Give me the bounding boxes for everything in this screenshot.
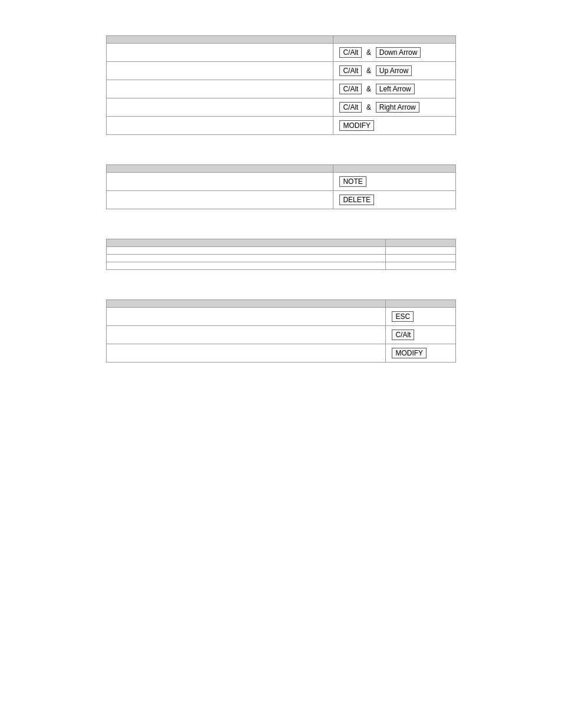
table4-row1-right: ESC: [386, 308, 456, 326]
mod-key-2[interactable]: C/Alt: [339, 65, 362, 76]
modify-key-2[interactable]: MODIFY: [392, 348, 427, 358]
table2-row2-left: [107, 191, 333, 209]
table1-row5-right: MODIFY: [333, 117, 456, 135]
table4-row3-left: [107, 344, 386, 363]
note-key[interactable]: NOTE: [339, 176, 366, 187]
table1-row3-right: C/Alt & Left Arrow: [333, 80, 456, 98]
calt-key[interactable]: C/Alt: [392, 330, 414, 340]
table-row: MODIFY: [107, 344, 456, 363]
table-row: DELETE: [107, 191, 456, 209]
table4-row2-right: C/Alt: [386, 326, 456, 344]
table-row: [107, 255, 456, 262]
table-row: NOTE: [107, 173, 456, 191]
section-3: [106, 239, 456, 270]
mod-key-4[interactable]: C/Alt: [339, 102, 362, 113]
table-row: [107, 247, 456, 255]
table3-row1-left: [107, 247, 386, 255]
table1-row1-left: [107, 44, 333, 62]
section-1: C/Alt & Down Arrow C/Alt & Up Arrow C/Al…: [106, 35, 456, 135]
table-4: ESC C/Alt MODIFY: [106, 299, 456, 363]
table-1: C/Alt & Down Arrow C/Alt & Up Arrow C/Al…: [106, 35, 456, 135]
table2-header-left: [107, 165, 333, 173]
table3-header-right: [386, 239, 456, 247]
table3-row1-right: [386, 247, 456, 255]
table4-row2-left: [107, 326, 386, 344]
table1-header-right: [333, 36, 456, 44]
section-2: NOTE DELETE: [106, 164, 456, 209]
amp-1: &: [366, 48, 371, 57]
modify-key-1[interactable]: MODIFY: [339, 120, 374, 131]
arrow-key-2[interactable]: Up Arrow: [376, 65, 412, 76]
mod-key-3[interactable]: C/Alt: [339, 84, 362, 94]
section-4: ESC C/Alt MODIFY: [106, 299, 456, 363]
table-row: MODIFY: [107, 117, 456, 135]
table4-row1-left: [107, 308, 386, 326]
table1-row3-left: [107, 80, 333, 98]
table1-header-left: [107, 36, 333, 44]
table2-row2-right: DELETE: [333, 191, 456, 209]
table2-row1-left: [107, 173, 333, 191]
arrow-key-4[interactable]: Right Arrow: [376, 102, 419, 113]
table4-row3-right: MODIFY: [386, 344, 456, 363]
table3-row2-left: [107, 255, 386, 262]
table3-row3-left: [107, 262, 386, 270]
amp-3: &: [366, 85, 371, 93]
table4-header-right: [386, 300, 456, 308]
table1-row2-left: [107, 62, 333, 80]
mod-key-1[interactable]: C/Alt: [339, 47, 362, 58]
table-row: C/Alt & Right Arrow: [107, 98, 456, 117]
table-row: C/Alt: [107, 326, 456, 344]
arrow-key-1[interactable]: Down Arrow: [376, 47, 421, 58]
esc-key[interactable]: ESC: [392, 311, 414, 322]
table-row: C/Alt & Left Arrow: [107, 80, 456, 98]
table-row: [107, 262, 456, 270]
table2-header-right: [333, 165, 456, 173]
table-row: C/Alt & Down Arrow: [107, 44, 456, 62]
table3-header-left: [107, 239, 386, 247]
table4-header-left: [107, 300, 386, 308]
delete-key[interactable]: DELETE: [339, 195, 374, 205]
table2-row1-right: NOTE: [333, 173, 456, 191]
arrow-key-3[interactable]: Left Arrow: [376, 84, 415, 94]
table1-row2-right: C/Alt & Up Arrow: [333, 62, 456, 80]
table-row: C/Alt & Up Arrow: [107, 62, 456, 80]
amp-4: &: [366, 103, 371, 111]
table-2: NOTE DELETE: [106, 164, 456, 209]
amp-2: &: [366, 67, 371, 75]
table1-row1-right: C/Alt & Down Arrow: [333, 44, 456, 62]
table-3: [106, 239, 456, 270]
table3-row3-right: [386, 262, 456, 270]
table1-row4-left: [107, 98, 333, 117]
table1-row4-right: C/Alt & Right Arrow: [333, 98, 456, 117]
table-row: ESC: [107, 308, 456, 326]
table1-row5-left: [107, 117, 333, 135]
table3-row2-right: [386, 255, 456, 262]
